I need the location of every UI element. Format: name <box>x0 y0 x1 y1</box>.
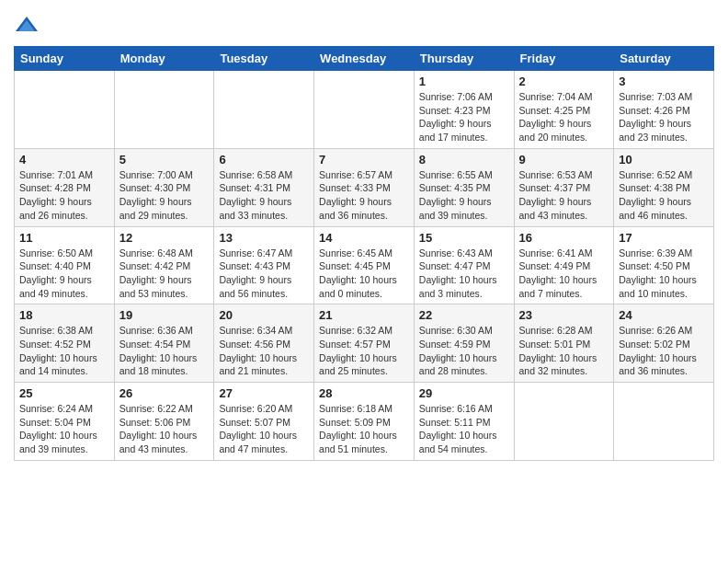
day-info: Sunrise: 6:26 AM Sunset: 5:02 PM Dayligh… <box>619 324 709 378</box>
calendar-cell: 27Sunrise: 6:20 AM Sunset: 5:07 PM Dayli… <box>214 383 314 461</box>
day-info: Sunrise: 7:01 AM Sunset: 4:28 PM Dayligh… <box>19 168 109 223</box>
day-info: Sunrise: 6:22 AM Sunset: 5:06 PM Dayligh… <box>119 402 210 456</box>
day-info: Sunrise: 7:00 AM Sunset: 4:30 PM Dayligh… <box>119 168 210 223</box>
day-number: 26 <box>119 386 210 400</box>
calendar-cell: 20Sunrise: 6:34 AM Sunset: 4:56 PM Dayli… <box>214 304 314 383</box>
calendar-cell: 12Sunrise: 6:48 AM Sunset: 4:42 PM Dayli… <box>114 226 214 304</box>
day-number: 4 <box>19 153 109 167</box>
day-number: 20 <box>219 308 309 322</box>
day-number: 1 <box>419 75 509 88</box>
calendar-cell: 13Sunrise: 6:47 AM Sunset: 4:43 PM Dayli… <box>214 226 314 304</box>
day-info: Sunrise: 6:57 AM Sunset: 4:33 PM Dayligh… <box>319 168 409 223</box>
day-info: Sunrise: 6:45 AM Sunset: 4:45 PM Dayligh… <box>319 247 409 301</box>
day-number: 24 <box>619 308 709 322</box>
day-info: Sunrise: 7:03 AM Sunset: 4:26 PM Dayligh… <box>619 90 709 144</box>
day-number: 27 <box>219 386 309 400</box>
calendar-cell <box>514 383 614 461</box>
calendar-week-row: 25Sunrise: 6:24 AM Sunset: 5:04 PM Dayli… <box>15 383 714 461</box>
day-number: 21 <box>319 308 409 322</box>
day-info: Sunrise: 6:18 AM Sunset: 5:09 PM Dayligh… <box>319 402 409 456</box>
day-number: 15 <box>419 231 509 245</box>
weekday-header-friday: Friday <box>514 47 614 71</box>
calendar-cell: 6Sunrise: 6:58 AM Sunset: 4:31 PM Daylig… <box>214 148 314 226</box>
calendar-cell: 23Sunrise: 6:28 AM Sunset: 5:01 PM Dayli… <box>514 304 614 383</box>
day-info: Sunrise: 7:04 AM Sunset: 4:25 PM Dayligh… <box>519 90 609 144</box>
calendar-week-row: 18Sunrise: 6:38 AM Sunset: 4:52 PM Dayli… <box>15 304 714 383</box>
logo-icon <box>14 13 40 39</box>
calendar-cell: 10Sunrise: 6:52 AM Sunset: 4:38 PM Dayli… <box>614 148 714 226</box>
day-number: 16 <box>519 231 609 245</box>
calendar-cell: 29Sunrise: 6:16 AM Sunset: 5:11 PM Dayli… <box>414 383 514 461</box>
calendar-week-row: 4Sunrise: 7:01 AM Sunset: 4:28 PM Daylig… <box>15 148 714 226</box>
day-number: 11 <box>19 231 109 245</box>
weekday-header-monday: Monday <box>114 47 214 71</box>
calendar-cell: 28Sunrise: 6:18 AM Sunset: 5:09 PM Dayli… <box>314 383 415 461</box>
calendar-cell <box>614 383 714 461</box>
day-number: 9 <box>519 153 609 167</box>
day-info: Sunrise: 6:50 AM Sunset: 4:40 PM Dayligh… <box>19 247 109 301</box>
calendar-cell: 2Sunrise: 7:04 AM Sunset: 4:25 PM Daylig… <box>514 71 614 149</box>
calendar-cell: 16Sunrise: 6:41 AM Sunset: 4:49 PM Dayli… <box>514 226 614 304</box>
day-number: 5 <box>119 153 210 167</box>
day-info: Sunrise: 6:41 AM Sunset: 4:49 PM Dayligh… <box>519 247 609 301</box>
calendar-cell: 24Sunrise: 6:26 AM Sunset: 5:02 PM Dayli… <box>614 304 714 383</box>
calendar-cell: 25Sunrise: 6:24 AM Sunset: 5:04 PM Dayli… <box>15 383 115 461</box>
calendar-cell <box>214 71 314 149</box>
calendar-cell: 3Sunrise: 7:03 AM Sunset: 4:26 PM Daylig… <box>614 71 714 149</box>
calendar-cell: 15Sunrise: 6:43 AM Sunset: 4:47 PM Dayli… <box>414 226 514 304</box>
day-number: 13 <box>219 231 309 245</box>
day-info: Sunrise: 6:58 AM Sunset: 4:31 PM Dayligh… <box>219 168 309 223</box>
logo <box>14 13 43 39</box>
calendar-week-row: 1Sunrise: 7:06 AM Sunset: 4:23 PM Daylig… <box>15 71 714 149</box>
day-info: Sunrise: 6:36 AM Sunset: 4:54 PM Dayligh… <box>119 324 210 378</box>
calendar-cell: 14Sunrise: 6:45 AM Sunset: 4:45 PM Dayli… <box>314 226 415 304</box>
calendar-cell: 11Sunrise: 6:50 AM Sunset: 4:40 PM Dayli… <box>15 226 115 304</box>
day-info: Sunrise: 6:34 AM Sunset: 4:56 PM Dayligh… <box>219 324 309 378</box>
day-number: 2 <box>519 75 609 88</box>
calendar-cell: 18Sunrise: 6:38 AM Sunset: 4:52 PM Dayli… <box>15 304 115 383</box>
calendar-cell: 8Sunrise: 6:55 AM Sunset: 4:35 PM Daylig… <box>414 148 514 226</box>
day-info: Sunrise: 6:53 AM Sunset: 4:37 PM Dayligh… <box>519 168 609 223</box>
day-info: Sunrise: 6:47 AM Sunset: 4:43 PM Dayligh… <box>219 247 309 301</box>
weekday-header-thursday: Thursday <box>414 47 514 71</box>
calendar-cell: 1Sunrise: 7:06 AM Sunset: 4:23 PM Daylig… <box>414 71 514 149</box>
calendar-week-row: 11Sunrise: 6:50 AM Sunset: 4:40 PM Dayli… <box>15 226 714 304</box>
day-number: 19 <box>119 308 210 322</box>
calendar-cell: 4Sunrise: 7:01 AM Sunset: 4:28 PM Daylig… <box>15 148 115 226</box>
day-info: Sunrise: 6:55 AM Sunset: 4:35 PM Dayligh… <box>419 168 509 223</box>
day-info: Sunrise: 6:20 AM Sunset: 5:07 PM Dayligh… <box>219 402 309 456</box>
weekday-header-wednesday: Wednesday <box>314 47 415 71</box>
calendar-cell: 19Sunrise: 6:36 AM Sunset: 4:54 PM Dayli… <box>114 304 214 383</box>
day-info: Sunrise: 6:39 AM Sunset: 4:50 PM Dayligh… <box>619 247 709 301</box>
day-number: 29 <box>419 386 509 400</box>
calendar-cell: 21Sunrise: 6:32 AM Sunset: 4:57 PM Dayli… <box>314 304 415 383</box>
calendar-table: SundayMondayTuesdayWednesdayThursdayFrid… <box>14 46 714 461</box>
calendar-cell: 5Sunrise: 7:00 AM Sunset: 4:30 PM Daylig… <box>114 148 214 226</box>
header <box>14 9 714 39</box>
day-info: Sunrise: 7:06 AM Sunset: 4:23 PM Dayligh… <box>419 90 509 144</box>
day-info: Sunrise: 6:28 AM Sunset: 5:01 PM Dayligh… <box>519 324 609 378</box>
day-info: Sunrise: 6:38 AM Sunset: 4:52 PM Dayligh… <box>19 324 109 378</box>
day-number: 17 <box>619 231 709 245</box>
day-number: 28 <box>319 386 409 400</box>
calendar-cell: 7Sunrise: 6:57 AM Sunset: 4:33 PM Daylig… <box>314 148 415 226</box>
day-number: 18 <box>19 308 109 322</box>
day-info: Sunrise: 6:48 AM Sunset: 4:42 PM Dayligh… <box>119 247 210 301</box>
weekday-header-saturday: Saturday <box>614 47 714 71</box>
day-number: 23 <box>519 308 609 322</box>
day-number: 12 <box>119 231 210 245</box>
day-info: Sunrise: 6:52 AM Sunset: 4:38 PM Dayligh… <box>619 168 709 223</box>
day-number: 14 <box>319 231 409 245</box>
day-info: Sunrise: 6:32 AM Sunset: 4:57 PM Dayligh… <box>319 324 409 378</box>
day-info: Sunrise: 6:43 AM Sunset: 4:47 PM Dayligh… <box>419 247 509 301</box>
day-number: 6 <box>219 153 309 167</box>
weekday-header-row: SundayMondayTuesdayWednesdayThursdayFrid… <box>15 47 714 71</box>
weekday-header-sunday: Sunday <box>15 47 115 71</box>
day-info: Sunrise: 6:24 AM Sunset: 5:04 PM Dayligh… <box>19 402 109 456</box>
calendar-cell <box>114 71 214 149</box>
day-number: 10 <box>619 153 709 167</box>
calendar-cell: 9Sunrise: 6:53 AM Sunset: 4:37 PM Daylig… <box>514 148 614 226</box>
calendar-cell: 26Sunrise: 6:22 AM Sunset: 5:06 PM Dayli… <box>114 383 214 461</box>
weekday-header-tuesday: Tuesday <box>214 47 314 71</box>
calendar-cell <box>314 71 415 149</box>
